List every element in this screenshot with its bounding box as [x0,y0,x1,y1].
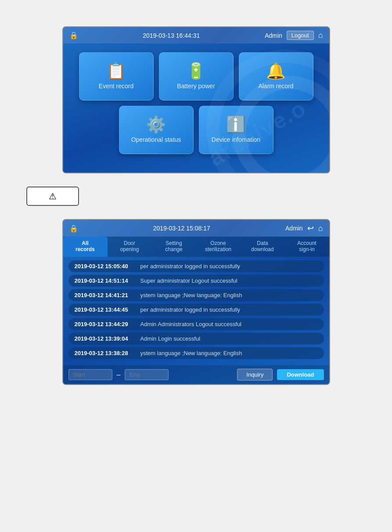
record-desc: per administrator logged in successfully [140,263,241,270]
tab-setting-change[interactable]: Settingchange [152,237,196,257]
logout-button[interactable]: Logout [287,31,314,40]
device-information-icon: ℹ️ [226,117,246,133]
screen1: 🔒 2019-03-13 16:44:31 Admin Logout ⌂ 📋 E… [62,26,330,173]
screen2-header: 🔒 2019-03-12 15:08:17 Admin ↩ ⌂ [63,220,329,237]
card-battery-power-label: Battery power [177,83,215,90]
card-device-information-label: Device infomation [212,136,260,143]
table-row: 2019-03-12 13:39:04 Admin Login successf… [68,333,324,345]
table-row: 2019-03-12 13:44:29 Admin Administrators… [68,318,324,330]
card-event-record[interactable]: 📋 Event record [79,52,154,101]
record-time: 2019-03-12 13:39:04 [75,335,136,342]
back-icon[interactable]: ↩ [307,223,314,233]
record-desc: per administrator logged in successfully [140,306,241,313]
tab-data-download[interactable]: Datadownload [241,237,285,257]
record-desc: Admin Administrators Logout successful [140,321,242,327]
record-time: 2019-03-12 15:05:40 [75,263,136,270]
tab-all-records[interactable]: Allrecords [63,237,108,257]
operational-status-icon: ⚙️ [146,117,166,133]
card-battery-power[interactable]: 🔋 Battery power [159,52,234,101]
tab-door-opening[interactable]: Dooropening [108,237,152,257]
screen1-user: Admin [265,32,282,39]
record-time: 2019-03-12 14:41:21 [75,292,136,298]
screen2: 🔒 2019-03-12 15:08:17 Admin ↩ ⌂ Allrecor… [62,219,330,385]
event-record-icon: 📋 [106,63,126,79]
card-alarm-record-label: Alarm record [258,83,293,90]
start-date-input[interactable] [68,369,112,380]
screen2-user: Admin [285,225,303,232]
alarm-record-icon: 🔔 [266,63,286,79]
home-icon[interactable]: ⌂ [318,31,323,40]
lock-icon: 🔒 [69,31,78,40]
battery-power-icon: 🔋 [186,63,206,79]
screen2-home-icon[interactable]: ⌂ [318,224,323,233]
card-event-record-label: Event record [99,83,133,90]
record-time: 2019-03-12 14:51:14 [75,277,136,284]
screen1-header-right: Admin Logout ⌂ [265,31,323,40]
end-date-input[interactable] [125,369,169,380]
tab-account-sign-in[interactable]: Accountsign-in [285,237,329,257]
screen1-body: 📋 Event record 🔋 Battery power 🔔 Alarm r… [63,43,329,173]
screen2-header-right: Admin ↩ ⌂ [285,223,323,233]
record-time: 2019-03-12 13:44:45 [75,306,136,313]
screen2-body: Allrecords Dooropening Settingchange Ozo… [63,237,329,384]
menu-row-2: ⚙️ Operational status ℹ️ Device infomati… [72,106,320,154]
card-alarm-record[interactable]: 🔔 Alarm record [239,52,313,101]
table-row: 2019-03-12 14:51:14 Super administrator … [68,275,324,287]
warning-box: ⚠ [26,187,79,206]
screen1-header: 🔒 2019-03-13 16:44:31 Admin Logout ⌂ [63,27,329,43]
download-button[interactable]: Download [277,369,324,380]
record-time: 2019-03-12 13:44:29 [75,321,136,327]
card-device-information[interactable]: ℹ️ Device infomation [199,106,273,154]
bottom-bar: – Inquiry Download [63,365,329,384]
dash-separator: – [117,371,121,379]
card-operational-status[interactable]: ⚙️ Operational status [119,106,194,154]
record-desc: Super administrator Logout successful [140,277,237,284]
record-desc: ystem language ;New language: English [140,350,242,356]
menu-row-1: 📋 Event record 🔋 Battery power 🔔 Alarm r… [72,52,320,101]
record-desc: Admin Login successful [140,335,201,342]
table-row: 2019-03-12 15:05:40 per administrator lo… [68,260,324,272]
table-row: 2019-03-12 13:44:45 per administrator lo… [68,304,324,316]
table-row: 2019-03-12 13:38:28 ystem language ;New … [68,347,324,359]
record-desc: ystem language ;New language: English [140,292,242,298]
screen2-datetime: 2019-03-12 15:08:17 [78,225,285,232]
tab-bar: Allrecords Dooropening Settingchange Ozo… [63,237,329,257]
table-row: 2019-03-12 14:41:21 ystem language ;New … [68,289,324,301]
tab-ozone-sterilization[interactable]: Ozonesterilization [196,237,241,257]
warning-icon: ⚠ [49,191,57,201]
card-operational-status-label: Operational status [131,136,181,143]
screen1-datetime: 2019-03-13 16:44:31 [78,32,265,39]
inquiry-button[interactable]: Inquiry [237,369,273,381]
screen2-lock-icon: 🔒 [69,224,78,233]
records-list: 2019-03-12 15:05:40 per administrator lo… [63,257,329,365]
record-time: 2019-03-12 13:38:28 [75,350,136,356]
